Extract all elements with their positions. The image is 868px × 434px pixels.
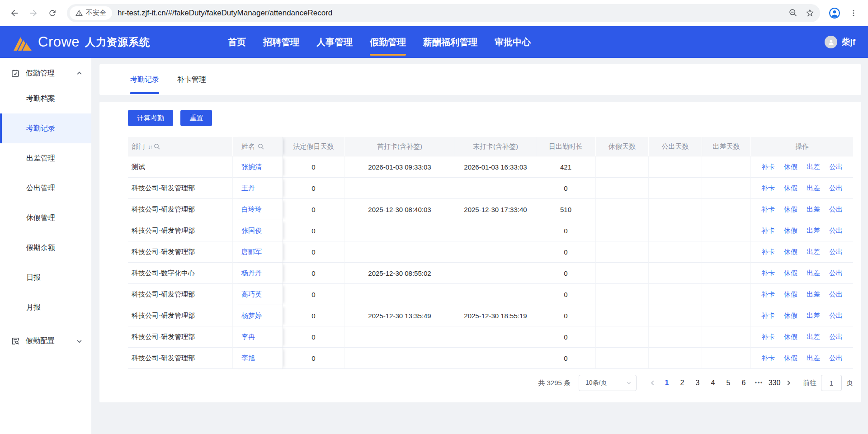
sidebar-item[interactable]: 休假管理 <box>0 203 91 233</box>
app-title: 人力资源系统 <box>85 35 150 49</box>
action-vacation[interactable]: 休假 <box>784 333 797 340</box>
sort-icon[interactable]: ↓↑ <box>148 143 152 150</box>
action-vacation[interactable]: 休假 <box>784 184 797 192</box>
nav-item[interactable]: 招聘管理 <box>263 26 299 58</box>
action-makeup-card[interactable]: 补卡 <box>761 311 775 319</box>
action-business-trip[interactable]: 出差 <box>807 311 820 319</box>
more-pages[interactable]: ••• <box>753 375 765 391</box>
cell-name-link[interactable]: 唐郦军 <box>233 241 283 263</box>
tab[interactable]: 考勤记录 <box>130 64 159 95</box>
sidebar-group-attendance[interactable]: 假勤管理 <box>0 63 91 84</box>
nav-item[interactable]: 薪酬福利管理 <box>423 26 477 58</box>
nav-item[interactable]: 审批中心 <box>495 26 531 58</box>
action-public-out[interactable]: 公出 <box>829 205 843 213</box>
cell-name-link[interactable]: 张国俊 <box>233 220 283 241</box>
action-makeup-card[interactable]: 补卡 <box>761 248 775 255</box>
search-icon[interactable] <box>258 143 264 150</box>
action-public-out[interactable]: 公出 <box>829 269 843 277</box>
page-number[interactable]: 1 <box>660 375 673 391</box>
action-business-trip[interactable]: 出差 <box>807 290 820 298</box>
action-business-trip[interactable]: 出差 <box>807 269 820 277</box>
profile-button[interactable] <box>826 5 843 21</box>
action-business-trip[interactable]: 出差 <box>807 248 820 255</box>
action-vacation[interactable]: 休假 <box>784 163 797 170</box>
address-bar[interactable]: 不安全 hr-test.zjf-it.cn/#/fakeDuty/fakeDut… <box>67 4 820 22</box>
action-public-out[interactable]: 公出 <box>829 311 843 319</box>
action-business-trip[interactable]: 出差 <box>807 184 820 192</box>
action-vacation[interactable]: 休假 <box>784 269 797 277</box>
page-size-select[interactable]: 10条/页 <box>579 375 637 391</box>
cell-name-link[interactable]: 杨梦婷 <box>233 305 283 326</box>
cell-name-link[interactable]: 白玲玲 <box>233 199 283 220</box>
action-public-out[interactable]: 公出 <box>829 184 843 192</box>
action-vacation[interactable]: 休假 <box>784 226 797 234</box>
cell-name-link[interactable]: 李旭 <box>233 348 283 369</box>
page-number[interactable]: 6 <box>737 375 750 391</box>
sidebar-group-config[interactable]: 假勤配置 <box>0 330 91 351</box>
user-menu[interactable]: 柴jf <box>825 36 855 48</box>
page-number[interactable]: 2 <box>676 375 689 391</box>
reload-button[interactable] <box>44 5 61 21</box>
action-makeup-card[interactable]: 补卡 <box>761 163 775 170</box>
action-vacation[interactable]: 休假 <box>784 248 797 255</box>
sidebar-item[interactable]: 假期余额 <box>0 233 91 263</box>
action-makeup-card[interactable]: 补卡 <box>761 226 775 234</box>
sidebar-item[interactable]: 出差管理 <box>0 143 91 173</box>
goto-page-input[interactable] <box>821 375 842 391</box>
url-text[interactable]: hr-test.zjf-it.cn/#/fakeDuty/fakeDutyMan… <box>118 9 781 18</box>
sidebar-item[interactable]: 考勤记录 <box>0 113 91 143</box>
action-makeup-card[interactable]: 补卡 <box>761 269 775 277</box>
security-chip[interactable]: 不安全 <box>70 6 112 20</box>
action-business-trip[interactable]: 出差 <box>807 226 820 234</box>
kebab-menu-icon <box>849 9 858 17</box>
cell-name-link[interactable]: 李冉 <box>233 326 283 348</box>
page-number[interactable]: 4 <box>707 375 719 391</box>
action-makeup-card[interactable]: 补卡 <box>761 290 775 298</box>
action-public-out[interactable]: 公出 <box>829 226 843 234</box>
reset-button[interactable]: 重置 <box>180 110 212 126</box>
cell-name-link[interactable]: 张婉清 <box>233 156 283 178</box>
nav-item[interactable]: 人事管理 <box>316 26 353 58</box>
action-vacation[interactable]: 休假 <box>784 354 797 362</box>
browser-menu-button[interactable] <box>845 5 862 21</box>
nav-item[interactable]: 假勤管理 <box>370 26 406 58</box>
forward-button[interactable] <box>25 5 42 21</box>
cell-name-link[interactable]: 杨丹丹 <box>233 263 283 284</box>
sidebar-item[interactable]: 月报 <box>0 292 91 322</box>
action-vacation[interactable]: 休假 <box>784 311 797 319</box>
sidebar-item[interactable]: 日报 <box>0 263 91 292</box>
next-page-button[interactable] <box>782 375 795 391</box>
action-business-trip[interactable]: 出差 <box>807 205 820 213</box>
back-button[interactable] <box>6 5 23 21</box>
page-number[interactable]: 5 <box>722 375 735 391</box>
action-business-trip[interactable]: 出差 <box>807 163 820 170</box>
action-public-out[interactable]: 公出 <box>829 333 843 340</box>
sidebar-item[interactable]: 公出管理 <box>0 173 91 203</box>
action-public-out[interactable]: 公出 <box>829 163 843 170</box>
action-public-out[interactable]: 公出 <box>829 248 843 255</box>
action-makeup-card[interactable]: 补卡 <box>761 354 775 362</box>
tab[interactable]: 补卡管理 <box>177 64 206 95</box>
search-icon[interactable] <box>154 143 160 150</box>
zoom-indicator-icon[interactable] <box>788 8 798 18</box>
action-business-trip[interactable]: 出差 <box>807 354 820 362</box>
nav-item[interactable]: 首页 <box>228 26 246 58</box>
action-vacation[interactable]: 休假 <box>784 205 797 213</box>
action-makeup-card[interactable]: 补卡 <box>761 184 775 192</box>
action-makeup-card[interactable]: 补卡 <box>761 333 775 340</box>
bookmark-star-icon[interactable] <box>805 8 815 18</box>
page-number-last[interactable]: 330 <box>768 375 781 391</box>
action-public-out[interactable]: 公出 <box>829 354 843 362</box>
page-number[interactable]: 3 <box>691 375 704 391</box>
sidebar-item[interactable]: 考勤档案 <box>0 84 91 113</box>
cell-name-link[interactable]: 高巧英 <box>233 284 283 305</box>
cell-first-punch <box>344 220 455 241</box>
table-toolbar: 计算考勤 重置 <box>128 110 853 126</box>
prev-page-button[interactable] <box>646 375 659 391</box>
cell-name-link[interactable]: 王丹 <box>233 178 283 199</box>
action-vacation[interactable]: 休假 <box>784 290 797 298</box>
action-public-out[interactable]: 公出 <box>829 290 843 298</box>
action-business-trip[interactable]: 出差 <box>807 333 820 340</box>
action-makeup-card[interactable]: 补卡 <box>761 205 775 213</box>
calculate-attendance-button[interactable]: 计算考勤 <box>128 110 173 126</box>
